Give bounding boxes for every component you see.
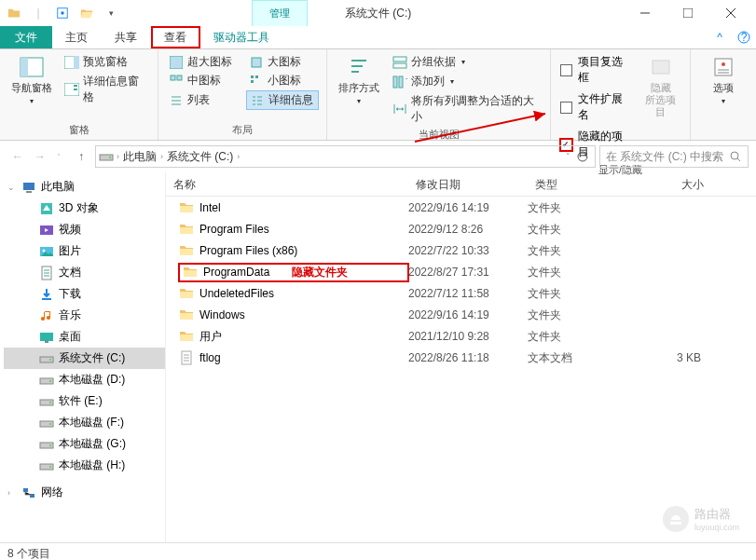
checkbox-icon [560, 64, 572, 76]
file-row[interactable]: Program Files (x86)2022/7/22 10:33文件夹 [179, 240, 756, 261]
svg-rect-39 [45, 341, 48, 343]
tab-share[interactable]: 共享 [102, 26, 151, 48]
tree-item[interactable]: 系统文件 (C:) [4, 348, 165, 369]
col-size[interactable]: 大小 [628, 172, 712, 196]
chevron-right-icon[interactable]: › [236, 152, 241, 161]
file-row[interactable]: 用户2021/12/10 9:28文件夹 [179, 326, 756, 347]
add-columns-button[interactable]: +添加列▾ [390, 73, 543, 90]
tree-item[interactable]: 3D 对象 [4, 198, 165, 219]
tree-item[interactable]: 本地磁盘 (H:) [4, 455, 165, 476]
crumb-drive[interactable]: 系统文件 (C:) [164, 149, 236, 165]
search-input[interactable]: 在 系统文件 (C:) 中搜索 [599, 145, 749, 168]
forward-button[interactable]: → [30, 146, 50, 167]
close-button[interactable] [709, 0, 752, 26]
tree-item[interactable]: 下载 [4, 283, 165, 305]
column-headers: 名称 修改日期 类型 大小 [166, 172, 756, 197]
recent-dropdown[interactable]: ˅ [48, 146, 69, 167]
hide-selected-button: 隐藏 所选项目 [639, 53, 682, 121]
svg-rect-12 [170, 56, 183, 69]
svg-rect-22 [399, 76, 403, 88]
refresh-button[interactable] [571, 150, 592, 163]
group-by-button[interactable]: 分组依据▾ [390, 53, 543, 71]
file-row[interactable]: UndeletedFiles2022/7/12 11:58文件夹 [179, 283, 756, 304]
col-date[interactable]: 修改日期 [408, 172, 528, 196]
fit-columns-button[interactable]: 将所有列调整为合适的大小 [390, 92, 543, 126]
file-row[interactable]: Windows2022/9/16 14:19文件夹 [179, 305, 756, 325]
help-icon[interactable]: ? [732, 26, 756, 48]
file-row[interactable]: ftlog2022/8/26 11:18文本文档3 KB [179, 348, 756, 368]
ribbon: 导航窗格▾ 预览窗格 详细信息窗格 窗格 超大图标 大图标 中图标 小图标 列表… [0, 49, 756, 141]
tab-file[interactable]: 文件 [0, 26, 52, 48]
up-button[interactable]: ↑ [71, 146, 91, 167]
nav-pane-icon [18, 55, 46, 79]
layout-details[interactable]: 详细信息 [246, 90, 319, 110]
folder-icon[interactable] [4, 3, 24, 23]
tree-item[interactable]: 本地磁盘 (G:) [4, 433, 165, 455]
svg-text:+: + [405, 75, 407, 86]
checkbox-file-extensions[interactable]: 文件扩展名 [558, 90, 633, 124]
svg-rect-11 [74, 89, 77, 90]
qat-dropdown-icon[interactable]: ▾ [101, 3, 121, 23]
tree-this-pc[interactable]: ⌄此电脑 [4, 176, 165, 198]
item-count: 8 个项目 [7, 546, 50, 561]
checkbox-item-checkboxes[interactable]: 项目复选框 [558, 53, 633, 87]
ribbon-expand-icon[interactable]: ^ [708, 26, 732, 48]
layout-extra-large[interactable]: 超大图标 [166, 53, 244, 71]
preview-pane-button[interactable]: 预览窗格 [62, 53, 150, 71]
tree-item[interactable]: 文档 [4, 262, 165, 283]
file-date: 2022/9/16 14:19 [408, 308, 528, 321]
sort-button[interactable]: 排序方式▾ [335, 53, 384, 108]
tree-item[interactable]: 软件 (E:) [4, 390, 165, 412]
file-row[interactable]: Intel2022/9/16 14:19文件夹 [179, 198, 756, 218]
layout-list[interactable]: 列表 [166, 90, 244, 110]
quick-access-toolbar: | ▾ [4, 3, 121, 23]
file-row[interactable]: Program Files2022/9/12 8:26文件夹 [179, 219, 756, 239]
music-icon [39, 308, 54, 323]
breadcrumb[interactable]: › 此电脑 › 系统文件 (C:) › ˅ [95, 145, 596, 168]
file-name: Intel [199, 201, 221, 214]
dropdown-icon[interactable]: ˅ [565, 152, 571, 161]
folder-open-icon[interactable] [76, 3, 97, 23]
details-pane-button[interactable]: 详细信息窗格 [62, 73, 150, 106]
col-type[interactable]: 类型 [528, 172, 628, 196]
tab-view[interactable]: 查看 [151, 26, 200, 48]
minimize-button[interactable] [624, 0, 667, 26]
back-button[interactable]: ← [7, 146, 28, 167]
layout-small[interactable]: 小图标 [246, 72, 319, 89]
tree-item[interactable]: 音乐 [4, 305, 165, 326]
drive-icon [39, 458, 54, 473]
svg-point-29 [731, 152, 738, 159]
file-name: ftlog [199, 351, 221, 364]
file-row[interactable]: ProgramData隐藏文件夹2022/8/27 17:31文件夹 [179, 262, 756, 282]
title-bar: | ▾ 管理 系统文件 (C:) [0, 0, 756, 26]
svg-point-26 [722, 62, 725, 66]
picture-icon [39, 244, 54, 259]
tree-item[interactable]: 本地磁盘 (F:) [4, 412, 165, 433]
svg-rect-30 [23, 183, 34, 190]
col-name[interactable]: 名称 [166, 172, 408, 196]
folder-icon [179, 329, 194, 344]
tab-drive-tools[interactable]: 驱动器工具 [200, 26, 283, 48]
tree-item[interactable]: 视频 [4, 219, 165, 240]
layout-medium[interactable]: 中图标 [166, 72, 244, 89]
crumb-this-pc[interactable]: 此电脑 [120, 149, 159, 165]
options-button[interactable]: 选项▾ [698, 53, 749, 108]
nav-pane-button[interactable]: 导航窗格▾ [7, 53, 56, 108]
drive-icon [39, 394, 54, 409]
file-name: UndeletedFiles [199, 287, 274, 300]
tab-home[interactable]: 主页 [52, 26, 102, 48]
navigation-pane[interactable]: ⌄此电脑3D 对象视频图片文档下载音乐桌面系统文件 (C:)本地磁盘 (D:)软… [0, 172, 166, 542]
desktop-icon [39, 330, 54, 345]
layout-large[interactable]: 大图标 [246, 53, 319, 71]
tree-item[interactable]: 本地磁盘 (D:) [4, 369, 165, 390]
maximize-button[interactable] [667, 0, 709, 26]
properties-icon[interactable] [52, 3, 73, 23]
status-bar: 8 个项目 [0, 542, 756, 560]
folder-icon [179, 200, 194, 215]
tree-network[interactable]: ›网络 [4, 482, 165, 503]
search-placeholder: 在 系统文件 (C:) 中搜索 [606, 149, 723, 165]
file-name: Windows [199, 308, 245, 321]
tree-item[interactable]: 图片 [4, 240, 165, 262]
tree-item[interactable]: 桌面 [4, 326, 165, 348]
file-type: 文件夹 [528, 286, 628, 302]
